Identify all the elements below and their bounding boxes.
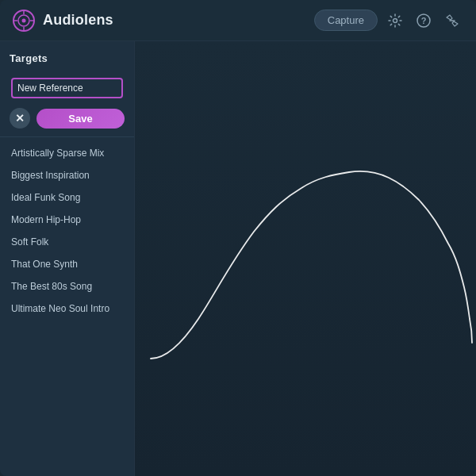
header: Audiolens Capture ?	[0, 0, 476, 41]
list-item[interactable]: Modern Hip-Hop	[0, 209, 134, 231]
help-icon[interactable]: ?	[413, 10, 435, 32]
sidebar: Targets ✕ Save Artistically Sparse Mix B…	[0, 41, 135, 476]
sidebar-header: Targets	[0, 41, 134, 71]
cancel-button[interactable]: ✕	[10, 108, 30, 129]
list-item[interactable]: That One Synth	[0, 253, 134, 275]
main-content: Targets ✕ Save Artistically Sparse Mix B…	[0, 41, 476, 476]
divider	[0, 136, 134, 137]
waveform-chart	[135, 41, 476, 476]
gear-icon[interactable]	[384, 10, 406, 32]
list-item[interactable]: The Best 80s Song	[0, 275, 134, 298]
new-reference-row	[5, 75, 129, 102]
target-list: Artistically Sparse Mix Biggest Inspirat…	[0, 140, 134, 470]
save-row: ✕ Save	[3, 105, 131, 135]
save-button[interactable]: Save	[36, 109, 125, 129]
svg-point-2	[22, 18, 26, 22]
svg-text:?: ?	[421, 16, 427, 25]
app-container: Audiolens Capture ?	[0, 0, 476, 476]
list-item[interactable]: Biggest Inspiration	[0, 164, 134, 186]
visualization-area	[135, 41, 476, 476]
svg-rect-10	[135, 41, 476, 476]
app-title: Audiolens	[43, 12, 113, 29]
capture-button[interactable]: Capture	[314, 10, 378, 31]
cancel-icon: ✕	[15, 112, 25, 125]
logo-icon	[13, 10, 35, 32]
new-reference-input[interactable]	[11, 78, 123, 98]
list-item[interactable]: Artistically Sparse Mix	[0, 142, 134, 164]
list-item[interactable]: Ideal Funk Song	[0, 186, 134, 209]
svg-point-7	[393, 18, 397, 22]
list-item[interactable]: Ultimate Neo Soul Intro	[0, 298, 134, 320]
list-item[interactable]: Soft Folk	[0, 231, 134, 253]
header-right: Capture ?	[314, 10, 463, 32]
settings-icon[interactable]	[441, 10, 463, 32]
targets-label: Targets	[10, 52, 48, 64]
header-left: Audiolens	[13, 10, 113, 32]
